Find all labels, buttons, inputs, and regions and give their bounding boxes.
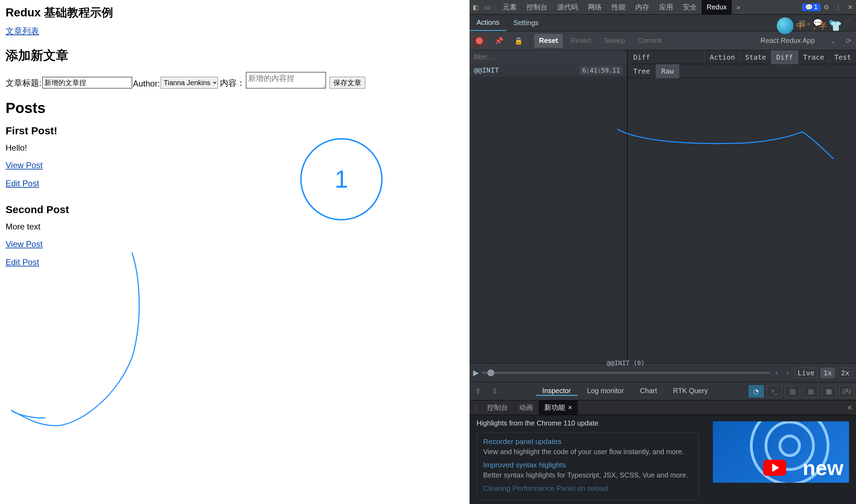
save-post-button[interactable]: 保存文章 bbox=[330, 77, 365, 89]
post-excerpt: More text bbox=[6, 222, 464, 232]
author-label: Author: bbox=[133, 79, 160, 89]
play-button[interactable]: ▶ bbox=[473, 368, 479, 377]
device-icon[interactable]: ▭ bbox=[481, 3, 493, 11]
error-count-badge[interactable]: 💬 1 bbox=[802, 3, 820, 11]
difftab-diff[interactable]: Diff bbox=[771, 50, 798, 64]
speed-1x[interactable]: 1x bbox=[820, 368, 835, 378]
slider-track[interactable] bbox=[482, 372, 770, 374]
tab-application[interactable]: 应用 bbox=[654, 0, 678, 14]
whatsnew-video-thumb[interactable]: new bbox=[713, 419, 849, 500]
drawer-close-icon[interactable]: ✕ bbox=[847, 404, 856, 412]
montab-chart[interactable]: Chart bbox=[634, 387, 663, 396]
close-tab-icon[interactable]: × bbox=[568, 404, 572, 412]
export-icon[interactable]: ⇪ bbox=[470, 387, 486, 396]
user-avatar-overlay: 中 °，半 👕 bbox=[777, 17, 842, 34]
tab-console[interactable]: 控制台 bbox=[522, 0, 552, 14]
svg-point-2 bbox=[780, 436, 799, 456]
diff-body bbox=[628, 78, 856, 363]
kebab-icon[interactable]: ⋮ bbox=[832, 3, 844, 11]
difftab-test[interactable]: Test bbox=[829, 50, 856, 64]
filter-input[interactable]: filter... bbox=[470, 50, 627, 63]
edit-post-link[interactable]: Edit Post bbox=[6, 179, 39, 188]
slider-knob[interactable] bbox=[487, 369, 494, 376]
slider-prev[interactable]: ‹ bbox=[773, 368, 781, 377]
tab-sources[interactable]: 源代码 bbox=[552, 0, 583, 14]
layout-bottom-icon[interactable]: ▤ bbox=[803, 385, 818, 398]
montab-inspector[interactable]: Inspector bbox=[536, 387, 577, 396]
title-input[interactable] bbox=[42, 77, 132, 89]
post-item: First Post! Hello! View Post Edit Post bbox=[6, 125, 464, 194]
view-post-link[interactable]: View Post bbox=[6, 160, 43, 170]
edit-post-link[interactable]: Edit Post bbox=[6, 257, 39, 267]
close-icon[interactable]: ✕ bbox=[844, 3, 856, 11]
tab-performance[interactable]: 性能 bbox=[607, 0, 630, 14]
post-title: Second Post bbox=[6, 204, 464, 216]
treetab-raw[interactable]: Raw bbox=[656, 64, 679, 78]
avatar-icon bbox=[777, 17, 794, 34]
layout-text-icon[interactable]: (A) bbox=[839, 385, 855, 398]
import-icon[interactable]: ⇩ bbox=[486, 387, 503, 396]
action-slider: ▶ @@INIT (0) ‹ › Live 1x 2x bbox=[470, 363, 856, 382]
sync-icon[interactable]: ⟳ bbox=[841, 37, 856, 45]
difftab-state[interactable]: State bbox=[740, 50, 771, 64]
inspect-icon[interactable]: ◧ bbox=[470, 3, 481, 11]
revert-button[interactable]: Revert bbox=[566, 34, 596, 48]
slider-next[interactable]: › bbox=[783, 368, 791, 377]
whatsnew-card[interactable]: Recorder panel updates View and highligh… bbox=[477, 432, 699, 500]
drawer-tab-console[interactable]: 控制台 bbox=[481, 400, 514, 415]
layout-console-icon[interactable]: >_ bbox=[767, 385, 782, 398]
drawer-kebab-icon[interactable]: ⋮ bbox=[470, 404, 481, 412]
connected-app-name: React Redux App bbox=[760, 37, 815, 45]
commit-button[interactable]: Commit bbox=[633, 34, 667, 48]
devtools-pane: ◧ ▭ 元素 控制台 源代码 网络 性能 内存 应用 安全 Redux » 💬 … bbox=[470, 0, 856, 504]
add-post-form: 文章标题: Author: Tianna Jenkins 内容： 保存文章 bbox=[6, 72, 464, 89]
pin-button[interactable]: 📌 bbox=[490, 34, 507, 48]
content-textarea[interactable] bbox=[246, 72, 326, 89]
montab-rtk[interactable]: RTK Query bbox=[667, 387, 714, 396]
post-item: Second Post More text View Post Edit Pos… bbox=[6, 204, 464, 273]
author-select[interactable]: Tianna Jenkins bbox=[161, 77, 218, 89]
layout-left-icon[interactable]: ▥ bbox=[785, 385, 800, 398]
nav-posts-link[interactable]: 文章列表 bbox=[6, 25, 39, 37]
difftab-trace[interactable]: Trace bbox=[798, 50, 829, 64]
drawer-tab-animations[interactable]: 动画 bbox=[514, 400, 539, 415]
action-item[interactable]: @@INIT 6:41:59.11 bbox=[470, 63, 627, 77]
title-label: 文章标题: bbox=[6, 77, 42, 89]
layout-right-icon[interactable]: ▦ bbox=[821, 385, 836, 398]
monitor-tabs: ⇪ ⇩ Inspector Log monitor Chart RTK Quer… bbox=[470, 382, 856, 400]
shirt-icon: 👕 bbox=[830, 20, 842, 32]
montab-log[interactable]: Log monitor bbox=[581, 387, 630, 396]
drawer-tab-whatsnew[interactable]: 新功能× bbox=[539, 400, 578, 415]
tab-more[interactable]: » bbox=[732, 0, 745, 14]
reset-button[interactable]: Reset bbox=[534, 34, 563, 48]
lock-button[interactable]: 🔒 bbox=[510, 34, 527, 48]
speed-live[interactable]: Live bbox=[795, 368, 818, 378]
settings-icon[interactable]: ⚙ bbox=[820, 3, 832, 11]
heart-icon[interactable]: ♡ bbox=[841, 18, 856, 28]
subtab-actions[interactable]: Actions bbox=[470, 15, 507, 31]
speed-2x[interactable]: 2x bbox=[838, 368, 853, 378]
treetab-tree[interactable]: Tree bbox=[628, 64, 656, 78]
difftab-action[interactable]: Action bbox=[704, 50, 740, 64]
layout-timer-icon[interactable]: ◔ bbox=[748, 385, 764, 398]
record-button[interactable] bbox=[471, 34, 488, 48]
tab-redux[interactable]: Redux bbox=[702, 0, 732, 14]
view-post-link[interactable]: View Post bbox=[6, 239, 43, 249]
action-name: @@INIT bbox=[474, 66, 499, 74]
app-dropdown-icon[interactable]: ⌄ bbox=[825, 37, 841, 45]
drawer-headline: Highlights from the Chrome 110 update bbox=[477, 419, 699, 427]
app-title: Redux 基础教程示例 bbox=[6, 5, 464, 21]
post-excerpt: Hello! bbox=[6, 143, 464, 153]
diff-heading: Diff bbox=[628, 53, 704, 61]
devtools-top-tabs: ◧ ▭ 元素 控制台 源代码 网络 性能 内存 应用 安全 Redux » 💬 … bbox=[470, 0, 856, 15]
action-list-panel: filter... @@INIT 6:41:59.11 bbox=[470, 50, 628, 363]
subtab-settings[interactable]: Settings bbox=[507, 15, 546, 31]
tab-security[interactable]: 安全 bbox=[678, 0, 702, 14]
sweep-button[interactable]: Sweep bbox=[599, 34, 630, 48]
annotation-stroke bbox=[617, 123, 856, 165]
tab-network[interactable]: 网络 bbox=[583, 0, 607, 14]
posts-heading: Posts bbox=[6, 100, 464, 116]
tab-memory[interactable]: 内存 bbox=[630, 0, 654, 14]
thumb-text: new bbox=[803, 456, 843, 480]
tab-elements[interactable]: 元素 bbox=[498, 0, 522, 14]
